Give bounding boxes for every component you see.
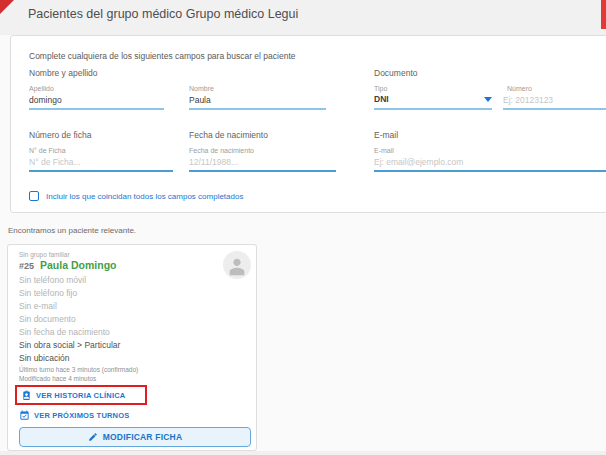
- tipo-documento-value: DNI: [374, 94, 389, 104]
- modify-record-button[interactable]: MODIFICAR FICHA: [19, 427, 251, 447]
- ficha-input[interactable]: [29, 156, 173, 172]
- fecha-nacimiento-input[interactable]: [189, 156, 336, 172]
- numero-documento-input[interactable]: [503, 94, 606, 110]
- email-label: E-mail: [374, 147, 394, 154]
- group-label-email: E-mail: [374, 130, 398, 140]
- search-form-card: Complete cualquiera de los siguientes ca…: [10, 35, 606, 213]
- patient-card: Sin grupo familiar #25 Paula Domingo Sin…: [7, 244, 257, 451]
- tipo-label: Tipo: [374, 85, 387, 92]
- nombre-input[interactable]: [189, 94, 326, 110]
- include-all-checkbox[interactable]: [29, 191, 39, 201]
- person-icon: [226, 255, 248, 277]
- apellido-input[interactable]: [29, 94, 164, 110]
- group-label-nombre-apellido: Nombre y apellido: [29, 68, 98, 78]
- patient-birthdate: Sin fecha de nacimiento: [19, 327, 110, 337]
- pencil-icon: [88, 432, 98, 442]
- edge-marker: [601, 0, 606, 29]
- clinical-history-icon: [21, 390, 32, 401]
- ficha-label: N° de Ficha: [29, 147, 66, 154]
- corner-marker: [0, 0, 14, 14]
- page-title: Pacientes del grupo médico Grupo médico …: [28, 7, 298, 21]
- patient-email: Sin e-mail: [19, 301, 57, 311]
- fecha-label: Fecha de nacimiento: [189, 147, 254, 154]
- patient-number: #25: [19, 261, 34, 271]
- apellido-label: Apellido: [29, 85, 54, 92]
- modify-record-label: MODIFICAR FICHA: [103, 432, 183, 442]
- view-clinical-history-label: VER HISTORIA CLÍNICA: [36, 391, 125, 400]
- chevron-down-icon: [484, 97, 492, 102]
- patient-name: Paula Domingo: [40, 259, 116, 271]
- group-label-documento: Documento: [374, 68, 417, 78]
- app-window: Pacientes del grupo médico Grupo médico …: [0, 0, 606, 455]
- tipo-documento-select[interactable]: DNI: [374, 94, 492, 110]
- patient-location: Sin ubicación: [19, 353, 70, 363]
- nombre-label: Nombre: [189, 85, 214, 92]
- patient-insurance: Sin obra social > Particular: [19, 340, 120, 350]
- family-group-label: Sin grupo familiar: [19, 251, 70, 258]
- annotation-highlight: VER HISTORIA CLÍNICA: [15, 385, 147, 405]
- view-next-appointments-link[interactable]: VER PRÓXIMOS TURNOS: [19, 410, 129, 421]
- patient-phone-mobile: Sin teléfono móvil: [19, 275, 86, 285]
- bottom-band: [0, 451, 606, 455]
- search-status-text: Encontramos un paciente relevante.: [8, 226, 136, 235]
- email-input[interactable]: [374, 156, 606, 172]
- group-label-ficha: Número de ficha: [29, 130, 91, 140]
- view-next-appointments-label: VER PRÓXIMOS TURNOS: [34, 411, 129, 420]
- patient-document: Sin documento: [19, 314, 76, 324]
- numero-label: Número: [507, 85, 532, 92]
- patient-phone-fixed: Sin teléfono fijo: [19, 288, 77, 298]
- calendar-check-icon: [19, 410, 30, 421]
- include-all-row[interactable]: Incluir los que coincidan todos los camp…: [29, 191, 243, 201]
- form-instruction: Complete cualquiera de los siguientes ca…: [29, 51, 296, 61]
- include-all-label: Incluir los que coincidan todos los camp…: [46, 192, 243, 201]
- avatar: [223, 251, 251, 279]
- group-label-fecha: Fecha de nacimiento: [189, 130, 268, 140]
- patient-last-appointment: Último turno hace 3 minutos (confirmado): [19, 366, 138, 373]
- view-clinical-history-link[interactable]: VER HISTORIA CLÍNICA: [21, 390, 125, 401]
- patient-name-row[interactable]: #25 Paula Domingo: [19, 259, 116, 271]
- patient-modified: Modificado hace 4 minutos: [19, 375, 96, 382]
